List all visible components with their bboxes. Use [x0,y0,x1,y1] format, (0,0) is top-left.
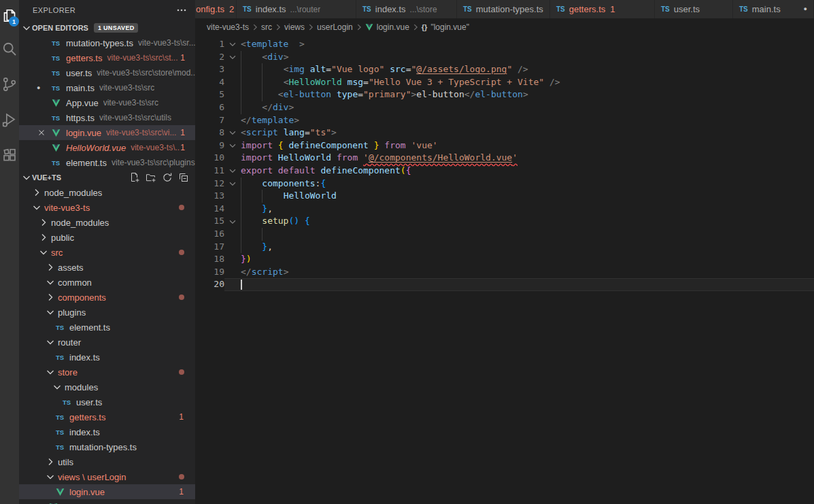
editor-tab[interactable]: TSindex.ts...\router [237,0,356,18]
tree-folder-item[interactable]: node_modules [19,185,195,200]
open-editors-header[interactable]: OPEN EDITORS 1 UNSAVED [19,20,195,35]
fold-toggle[interactable] [224,38,241,51]
fold-toggle[interactable] [224,139,241,152]
fold-toggle[interactable] [224,127,241,139]
chevron-down-icon[interactable] [45,367,56,377]
run-debug-activity-button[interactable] [0,102,19,137]
chevron-down-icon[interactable] [45,307,56,318]
tree-folder-item[interactable]: src [19,245,195,260]
source-control-activity-button[interactable] [0,67,19,102]
fold-toggle[interactable] [224,51,241,64]
workspace-section-header[interactable]: VUE+TS [19,170,195,185]
line-content[interactable]: </template> [241,114,814,127]
breadcrumb-item[interactable]: src [261,22,272,32]
more-actions-icon[interactable] [176,5,187,16]
fold-toggle[interactable] [224,178,241,190]
open-editor-item[interactable]: TSgetters.tsvite-vue3-ts\src\st...1 [19,50,195,65]
breadcrumb-item[interactable]: login.vue [365,22,409,32]
chevron-right-icon[interactable] [38,232,49,243]
editor-tab[interactable]: TSmutation-types.ts [457,0,550,18]
tree-file-item[interactable]: TSelement.ts [19,320,195,335]
tree-folder-item[interactable]: common [19,275,195,290]
open-editor-item[interactable]: login.vuevite-vue3-ts\src\vi...1 [19,125,195,140]
chevron-down-icon[interactable] [45,337,56,348]
open-editor-item[interactable]: ●TSmain.tsvite-vue3-ts\src [19,80,195,95]
line-content[interactable]: setup() { [241,215,814,228]
chevron-right-icon[interactable] [45,262,56,273]
line-content[interactable]: export default defineComponent({ [241,165,814,178]
fold-toggle[interactable] [224,165,241,178]
tree-folder-item[interactable]: assets [19,260,195,275]
line-content[interactable]: </script> [241,266,814,279]
line-content[interactable] [241,278,814,291]
files-activity-button[interactable]: 1 [0,0,19,31]
chevron-right-icon[interactable] [45,292,56,303]
new-file-icon[interactable] [129,172,140,183]
breadcrumb-item[interactable]: {}"login.vue" [422,22,469,32]
open-editor-item[interactable]: HelloWorld.vuevite-vue3-ts\...1 [19,140,195,155]
tree-folder-item[interactable]: public [19,230,195,245]
tree-folder-item[interactable]: store [19,365,195,380]
tree-folder-item[interactable]: vite-vue3-ts [19,200,195,215]
close-icon[interactable] [37,128,46,137]
code-editor[interactable]: 1<template >2 <div>3 <img alt="Vue logo"… [195,35,814,504]
fold-toggle [224,241,241,254]
line-content[interactable]: <el-button type="primary">el-button</el-… [241,88,814,101]
editor-tab[interactable]: TSindex.ts...\store [356,0,457,18]
tree-file-item[interactable]: TSindex.ts [19,424,195,439]
line-content[interactable]: <div> [241,51,814,64]
tree-folder-item[interactable]: utils [19,454,195,469]
editor-tab[interactable]: TSgetters.ts1 [550,0,655,18]
line-content[interactable]: HelloWorld [241,190,814,203]
tree-folder-item[interactable]: components [19,290,195,305]
line-content[interactable]: }) [241,253,814,266]
open-editor-item[interactable]: TSmutation-types.tsvite-vue3-ts\sr... [19,35,195,50]
chevron-down-icon[interactable] [38,247,49,258]
tree-file-item[interactable]: TSgetters.ts1 [19,409,195,424]
line-content[interactable]: components:{ [241,178,814,190]
extensions-activity-button[interactable] [0,137,19,173]
line-content[interactable]: <img alt="Vue logo" src="@/assets/logo.p… [241,63,814,76]
line-content[interactable]: import { defineComponent } from 'vue' [241,139,814,152]
tree-folder-item[interactable]: views \ userLogin [19,469,195,484]
tree-file-item[interactable]: TSmutation-types.ts [19,439,195,454]
breadcrumb-item[interactable]: vite-vue3-ts [207,22,249,32]
open-editor-item[interactable]: TShttps.tsvite-vue3-ts\src\utils [19,110,195,125]
open-editor-item[interactable]: App.vuevite-vue3-ts\src [19,95,195,110]
editor-tab[interactable]: TSmain.ts● [733,0,814,18]
line-content[interactable]: <template > [241,38,814,51]
chevron-down-icon[interactable] [45,471,56,482]
collapse-all-icon[interactable] [178,172,189,183]
editor-tab[interactable]: TSuser.ts [655,0,733,18]
editor-tab[interactable]: onfig.ts2 [195,0,237,18]
chevron-down-icon[interactable] [52,382,63,392]
tree-file-item[interactable] [19,499,195,504]
chevron-down-icon[interactable] [31,202,42,213]
tree-file-item[interactable]: TSuser.ts [19,394,195,409]
tree-folder-item[interactable]: router [19,335,195,350]
chevron-down-icon[interactable] [45,277,56,288]
search-activity-button[interactable] [0,31,19,67]
fold-toggle[interactable] [224,215,241,228]
line-content[interactable]: import HelloWorld from '@/components/Hel… [241,152,814,165]
chevron-right-icon[interactable] [45,456,56,467]
open-editor-item[interactable]: TSelement.tsvite-vue3-ts\src\plugins [19,155,195,170]
line-content[interactable]: }, [241,241,814,254]
refresh-icon[interactable] [162,172,173,183]
line-content[interactable]: <HelloWorld msg="Hello Vue 3 + TypeScrip… [241,76,814,89]
tree-file-item[interactable]: TSindex.ts [19,350,195,365]
tree-folder-item[interactable]: plugins [19,305,195,320]
line-content[interactable]: }, [241,203,814,216]
line-content[interactable] [241,228,814,241]
chevron-right-icon[interactable] [31,187,42,198]
line-content[interactable]: </div> [241,101,814,114]
tree-file-item[interactable]: login.vue1 [19,484,195,499]
tree-folder-item[interactable]: node_modules [19,215,195,230]
new-folder-icon[interactable] [146,172,156,183]
chevron-right-icon[interactable] [38,217,49,228]
line-content[interactable]: <script lang="ts"> [241,127,814,139]
breadcrumb-item[interactable]: views [284,22,305,32]
breadcrumb-item[interactable]: userLogin [317,22,353,32]
tree-folder-item[interactable]: modules [19,380,195,394]
open-editor-item[interactable]: TSuser.tsvite-vue3-ts\src\store\mod... [19,65,195,80]
